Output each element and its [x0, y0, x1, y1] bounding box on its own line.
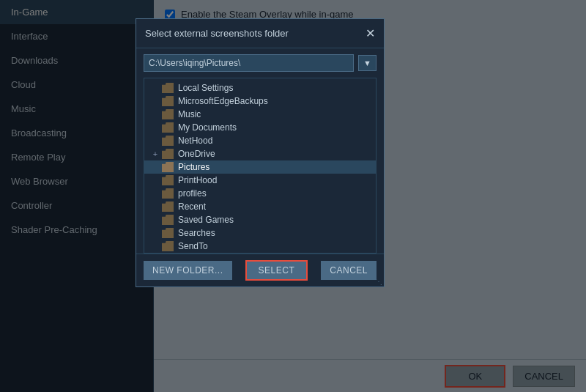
- tree-item[interactable]: My Documents: [144, 121, 376, 134]
- new-folder-button[interactable]: NEW FOLDER...: [144, 261, 232, 280]
- tree-item[interactable]: NetHood: [144, 134, 376, 147]
- tree-item[interactable]: Pictures: [144, 160, 376, 174]
- tree-item[interactable]: Local Settings: [144, 81, 376, 95]
- tree-item[interactable]: SendTo: [144, 240, 376, 253]
- tree-item[interactable]: Saved Games: [144, 213, 376, 226]
- dialog-close-button[interactable]: ✕: [366, 26, 375, 40]
- tree-item[interactable]: Recent: [144, 200, 376, 213]
- path-input[interactable]: [144, 54, 354, 72]
- tree-item[interactable]: PrintHood: [144, 174, 376, 187]
- resize-handle[interactable]: ⋱: [375, 278, 382, 285]
- cancel-dialog-button[interactable]: CANCEL: [321, 261, 377, 280]
- file-tree[interactable]: Local Settings MicrosoftEdgeBackups Musi…: [144, 78, 377, 254]
- folder-select-dialog: Select external screenshots folder ✕ ▼ L…: [136, 18, 385, 287]
- dialog-title-bar: Select external screenshots folder ✕: [136, 19, 384, 48]
- select-button[interactable]: SELECT: [245, 260, 308, 281]
- dialog-overlay: Select external screenshots folder ✕ ▼ L…: [0, 0, 586, 392]
- tree-item[interactable]: Searches: [144, 226, 376, 240]
- tree-item[interactable]: MicrosoftEdgeBackups: [144, 95, 376, 108]
- tree-item[interactable]: profiles: [144, 187, 376, 200]
- path-bar: ▼: [136, 48, 384, 78]
- tree-item[interactable]: +OneDrive: [144, 147, 376, 160]
- tree-item[interactable]: Music: [144, 108, 376, 121]
- dialog-title: Select external screenshots folder: [145, 28, 289, 39]
- path-dropdown-button[interactable]: ▼: [358, 55, 377, 71]
- dialog-buttons: NEW FOLDER... SELECT CANCEL: [136, 254, 384, 286]
